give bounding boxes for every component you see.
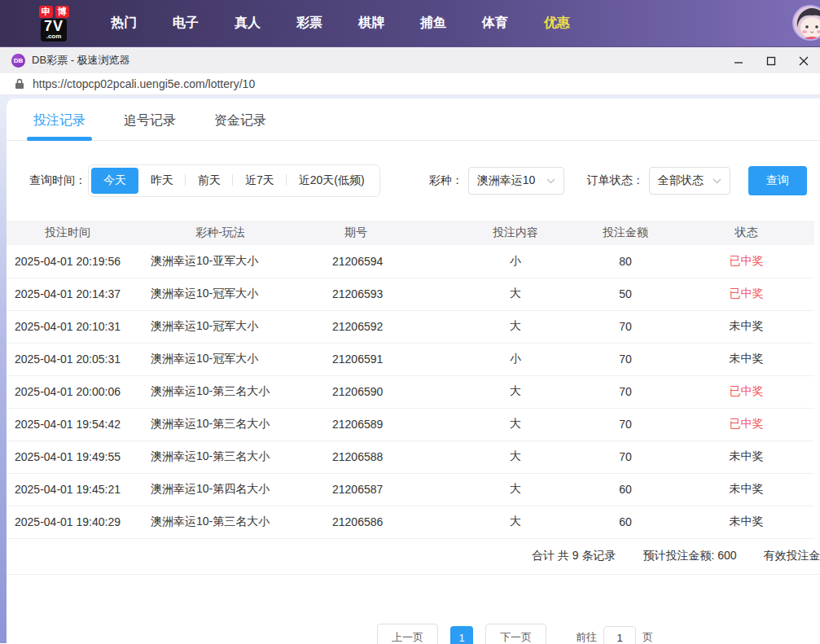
next-page-button[interactable]: 下一页 [485, 624, 546, 644]
bet-records-table: 投注时间 彩种-玩法 期号 投注内容 投注金额 状态 2025-04-01 20… [7, 221, 814, 539]
logo-com-text: .com [44, 33, 64, 40]
cell-game-play: 澳洲幸运10-第四名大小 [129, 473, 312, 506]
user-avatar[interactable] [792, 5, 820, 41]
cell-period: 21206592 [312, 310, 458, 343]
cell-period: 21206589 [312, 408, 458, 440]
close-button[interactable] [787, 47, 820, 74]
cell-period: 21206593 [312, 278, 458, 310]
page-number-current[interactable]: 1 [450, 626, 473, 644]
logo-7v-text: 7V [44, 19, 64, 33]
minimize-button[interactable] [722, 47, 755, 74]
cell-game-play: 澳洲幸运10-冠军大小 [129, 278, 312, 310]
time-option-today[interactable]: 今天 [91, 168, 138, 194]
url-text[interactable]: https://ctopcp02pcali.uengi5e.com/lotter… [33, 77, 255, 90]
cell-bet-time: 2025-04-01 19:49:55 [7, 440, 129, 473]
header-bet-content: 投注内容 [458, 221, 572, 245]
time-option-daybefore[interactable]: 前天 [186, 168, 233, 194]
table-row: 2025-04-01 20:00:06 澳洲幸运10-第三名大小 2120659… [7, 375, 814, 408]
nav-item-cards[interactable]: 棋牌 [340, 15, 402, 32]
content-card: 投注记录 追号记录 资金记录 查询时间： 今天 昨天 前天 近7天 近20天(低… [7, 99, 820, 643]
header-game-play: 彩种-玩法 [129, 221, 312, 245]
avatar-image [794, 7, 820, 41]
tab-bet-records[interactable]: 投注记录 [33, 99, 86, 140]
time-option-20days[interactable]: 近20天(低频) [287, 168, 377, 194]
browser-urlbar[interactable]: https://ctopcp02pcali.uengi5e.com/lotter… [0, 73, 820, 95]
cell-game-play: 澳洲幸运10-冠军大小 [129, 343, 312, 375]
tab-chase-records[interactable]: 追号记录 [124, 99, 176, 140]
nav-item-sports[interactable]: 体育 [464, 15, 526, 32]
cell-status: 已中奖 [678, 408, 814, 440]
cell-bet-time: 2025-04-01 20:00:06 [7, 375, 129, 408]
nav-item-live[interactable]: 真人 [217, 15, 278, 32]
minimize-icon [734, 56, 743, 66]
table-header-row: 投注时间 彩种-玩法 期号 投注内容 投注金额 状态 [7, 221, 814, 245]
page-suffix-label: 页 [642, 630, 653, 644]
cell-bet-content: 小 [458, 245, 572, 278]
cell-bet-time: 2025-04-01 20:14:37 [7, 278, 129, 310]
cell-game-play: 澳洲幸运10-亚军大小 [129, 245, 312, 278]
cell-status: 已中奖 [678, 245, 814, 278]
pagination: 上一页 1 下一页 前往 页 [377, 624, 653, 644]
cell-bet-amount: 50 [572, 278, 678, 310]
chevron-down-icon [713, 178, 721, 184]
summary-valid: 有效投注金额 [764, 549, 820, 563]
prev-page-button[interactable]: 上一页 [377, 624, 438, 644]
order-status-value: 全部状态 [658, 173, 704, 188]
cell-status: 未中奖 [678, 310, 814, 343]
lottery-type-label: 彩种： [429, 173, 463, 188]
cell-game-play: 澳洲幸运10-第三名大小 [129, 506, 312, 538]
record-tabs: 投注记录 追号记录 资金记录 [7, 99, 820, 141]
cell-bet-amount: 80 [572, 245, 678, 278]
cell-bet-amount: 60 [572, 506, 678, 538]
tab-fund-records[interactable]: 资金记录 [214, 99, 266, 140]
close-icon [799, 56, 809, 66]
cell-period: 21206586 [312, 506, 458, 538]
cell-bet-content: 大 [458, 278, 572, 310]
logo-badges: 申 博 [39, 6, 69, 18]
cell-game-play: 澳洲幸运10-第三名大小 [129, 375, 312, 408]
cell-status: 未中奖 [678, 473, 814, 506]
chevron-down-icon [546, 178, 555, 184]
cell-bet-time: 2025-04-01 20:19:56 [7, 245, 129, 278]
logo-badge-1: 申 [39, 6, 53, 18]
cell-period: 21206591 [312, 343, 458, 375]
cell-bet-time: 2025-04-01 19:45:21 [7, 473, 129, 506]
table-row: 2025-04-01 19:49:55 澳洲幸运10-第三名大小 2120658… [7, 440, 814, 473]
cell-bet-content: 大 [458, 310, 572, 343]
cell-bet-content: 大 [458, 440, 572, 473]
maximize-button[interactable] [755, 47, 787, 74]
cell-bet-amount: 70 [572, 408, 678, 440]
cell-status: 未中奖 [678, 506, 814, 538]
window-controls [722, 47, 820, 74]
time-option-7days[interactable]: 近7天 [233, 168, 287, 194]
nav-item-lottery[interactable]: 彩票 [278, 15, 340, 32]
order-status-select[interactable]: 全部状态 [649, 167, 730, 195]
nav-item-slots[interactable]: 电子 [155, 15, 217, 32]
cell-bet-content: 大 [458, 375, 572, 408]
goto-page-input[interactable] [603, 626, 636, 644]
cell-bet-content: 大 [458, 408, 572, 440]
search-button[interactable]: 查询 [748, 166, 807, 195]
nav-item-fishing[interactable]: 捕鱼 [402, 15, 464, 32]
cell-bet-time: 2025-04-01 19:40:29 [7, 506, 129, 538]
cell-game-play: 澳洲幸运10-第三名大小 [129, 440, 312, 473]
viewport: 申 博 7V .com 热门 电子 真人 彩票 棋牌 捕鱼 体育 优惠 [0, 0, 820, 644]
site-nav: 申 博 7V .com 热门 电子 真人 彩票 棋牌 捕鱼 体育 优惠 [0, 0, 820, 46]
logo-badge-2: 博 [55, 6, 69, 18]
cell-period: 21206590 [312, 375, 458, 408]
nav-item-promo[interactable]: 优惠 [526, 15, 588, 32]
lottery-type-value: 澳洲幸运10 [477, 173, 536, 188]
summary-expected: 预计投注金额: 600 [642, 549, 736, 563]
query-time-label: 查询时间： [29, 173, 86, 188]
cell-status: 已中奖 [678, 278, 814, 310]
nav-item-hot[interactable]: 热门 [93, 15, 155, 32]
header-bet-time: 投注时间 [7, 221, 129, 245]
time-option-yesterday[interactable]: 昨天 [138, 168, 186, 194]
site-logo[interactable]: 申 博 7V .com [34, 6, 73, 42]
browser-titlebar: DB DB彩票 - 极速浏览器 [0, 46, 820, 73]
cell-bet-amount: 70 [572, 440, 678, 473]
lottery-type-select[interactable]: 澳洲幸运10 [468, 167, 564, 195]
table-row: 2025-04-01 19:45:21 澳洲幸运10-第四名大小 2120658… [7, 473, 814, 506]
cell-status: 未中奖 [678, 343, 814, 375]
summary-total: 合计 共 9 条记录 [532, 549, 616, 563]
